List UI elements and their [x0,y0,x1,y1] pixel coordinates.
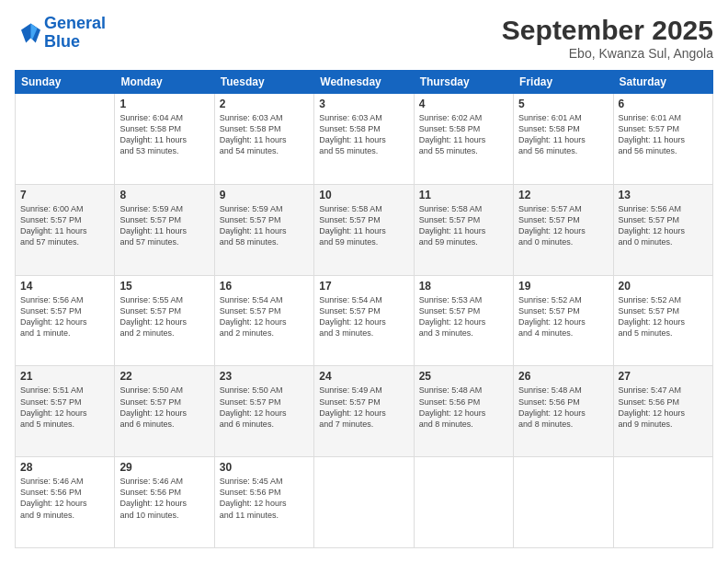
calendar-cell: 3Sunrise: 6:03 AM Sunset: 5:58 PM Daylig… [314,94,414,185]
calendar-cell: 16Sunrise: 5:54 AM Sunset: 5:57 PM Dayli… [214,275,313,366]
day-detail: Sunrise: 5:46 AM Sunset: 5:56 PM Dayligh… [20,476,109,521]
calendar-header-monday: Monday [115,71,214,94]
calendar-cell: 29Sunrise: 5:46 AM Sunset: 5:56 PM Dayli… [115,457,214,548]
day-detail: Sunrise: 5:55 AM Sunset: 5:57 PM Dayligh… [119,294,209,339]
calendar-cell [613,457,712,548]
day-detail: Sunrise: 6:00 AM Sunset: 5:57 PM Dayligh… [20,203,109,248]
logo-text: General Blue [44,15,106,52]
day-number: 19 [518,280,608,293]
calendar-cell: 28Sunrise: 5:46 AM Sunset: 5:56 PM Dayli… [16,457,115,548]
day-number: 14 [20,280,109,293]
calendar-cell: 15Sunrise: 5:55 AM Sunset: 5:57 PM Dayli… [115,275,214,366]
calendar-cell: 24Sunrise: 5:49 AM Sunset: 5:57 PM Dayli… [314,366,414,457]
day-detail: Sunrise: 6:02 AM Sunset: 5:58 PM Dayligh… [419,112,508,157]
calendar-cell: 5Sunrise: 6:01 AM Sunset: 5:58 PM Daylig… [514,94,613,185]
calendar-cell: 12Sunrise: 5:57 AM Sunset: 5:57 PM Dayli… [514,184,613,275]
calendar-cell [314,457,414,548]
calendar-header-friday: Friday [514,71,613,94]
day-number: 23 [220,370,309,383]
calendar-week-4: 21Sunrise: 5:51 AM Sunset: 5:57 PM Dayli… [16,366,713,457]
day-number: 9 [220,189,309,201]
calendar-cell: 1Sunrise: 6:04 AM Sunset: 5:58 PM Daylig… [115,94,214,185]
day-number: 17 [319,280,408,293]
day-number: 2 [220,98,309,110]
day-detail: Sunrise: 5:51 AM Sunset: 5:57 PM Dayligh… [20,385,109,430]
day-detail: Sunrise: 5:48 AM Sunset: 5:56 PM Dayligh… [518,385,608,430]
subtitle: Ebo, Kwanza Sul, Angola [502,46,713,61]
day-number: 21 [20,370,109,383]
day-detail: Sunrise: 5:54 AM Sunset: 5:57 PM Dayligh… [319,294,408,339]
calendar-header-sunday: Sunday [16,71,115,94]
day-detail: Sunrise: 5:50 AM Sunset: 5:57 PM Dayligh… [220,385,309,430]
calendar-cell: 30Sunrise: 5:45 AM Sunset: 5:56 PM Dayli… [214,457,313,548]
day-detail: Sunrise: 5:48 AM Sunset: 5:56 PM Dayligh… [419,385,508,430]
day-detail: Sunrise: 5:57 AM Sunset: 5:57 PM Dayligh… [518,203,608,248]
day-number: 6 [619,98,708,110]
calendar-header-thursday: Thursday [414,71,513,94]
calendar-cell: 20Sunrise: 5:52 AM Sunset: 5:57 PM Dayli… [613,275,712,366]
calendar-header-row: SundayMondayTuesdayWednesdayThursdayFrid… [16,71,713,94]
day-detail: Sunrise: 5:53 AM Sunset: 5:57 PM Dayligh… [419,294,508,339]
page: General Blue September 2025 Ebo, Kwanza … [0,0,728,563]
calendar-cell: 26Sunrise: 5:48 AM Sunset: 5:56 PM Dayli… [514,366,613,457]
calendar-cell: 2Sunrise: 6:03 AM Sunset: 5:58 PM Daylig… [214,94,313,185]
day-detail: Sunrise: 5:58 AM Sunset: 5:57 PM Dayligh… [319,203,408,248]
day-number: 20 [619,280,708,293]
calendar-week-1: 1Sunrise: 6:04 AM Sunset: 5:58 PM Daylig… [16,94,713,185]
day-number: 13 [619,189,708,201]
calendar-header-wednesday: Wednesday [314,71,414,94]
calendar-week-3: 14Sunrise: 5:56 AM Sunset: 5:57 PM Dayli… [16,275,713,366]
calendar-cell: 23Sunrise: 5:50 AM Sunset: 5:57 PM Dayli… [214,366,313,457]
calendar-header-saturday: Saturday [613,71,712,94]
day-detail: Sunrise: 5:59 AM Sunset: 5:57 PM Dayligh… [220,203,309,248]
day-number: 27 [619,370,708,383]
header: General Blue September 2025 Ebo, Kwanza … [15,15,713,61]
day-detail: Sunrise: 6:03 AM Sunset: 5:58 PM Dayligh… [319,112,408,157]
day-detail: Sunrise: 5:50 AM Sunset: 5:57 PM Dayligh… [119,385,209,430]
day-number: 12 [518,189,608,201]
calendar-cell [414,457,513,548]
calendar-cell [16,94,115,185]
day-detail: Sunrise: 6:03 AM Sunset: 5:58 PM Dayligh… [220,112,309,157]
day-detail: Sunrise: 5:58 AM Sunset: 5:57 PM Dayligh… [419,203,508,248]
calendar-cell: 6Sunrise: 6:01 AM Sunset: 5:57 PM Daylig… [613,94,712,185]
calendar-cell: 27Sunrise: 5:47 AM Sunset: 5:56 PM Dayli… [613,366,712,457]
day-number: 18 [419,280,508,293]
day-detail: Sunrise: 5:56 AM Sunset: 5:57 PM Dayligh… [20,294,109,339]
calendar-cell: 18Sunrise: 5:53 AM Sunset: 5:57 PM Dayli… [414,275,513,366]
calendar-cell: 10Sunrise: 5:58 AM Sunset: 5:57 PM Dayli… [314,184,414,275]
day-detail: Sunrise: 5:59 AM Sunset: 5:57 PM Dayligh… [119,203,209,248]
day-number: 25 [419,370,508,383]
day-detail: Sunrise: 5:56 AM Sunset: 5:57 PM Dayligh… [619,203,708,248]
main-title: September 2025 [502,15,713,46]
day-detail: Sunrise: 5:52 AM Sunset: 5:57 PM Dayligh… [619,294,708,339]
day-number: 22 [119,370,209,383]
title-area: September 2025 Ebo, Kwanza Sul, Angola [502,15,713,61]
day-detail: Sunrise: 6:01 AM Sunset: 5:58 PM Dayligh… [518,112,608,157]
day-number: 15 [119,280,209,293]
day-detail: Sunrise: 5:45 AM Sunset: 5:56 PM Dayligh… [220,476,309,521]
calendar-cell: 21Sunrise: 5:51 AM Sunset: 5:57 PM Dayli… [16,366,115,457]
day-number: 7 [20,189,109,201]
calendar-cell: 17Sunrise: 5:54 AM Sunset: 5:57 PM Dayli… [314,275,414,366]
day-detail: Sunrise: 5:54 AM Sunset: 5:57 PM Dayligh… [220,294,309,339]
day-number: 5 [518,98,608,110]
logo-icon [15,20,40,46]
day-detail: Sunrise: 5:49 AM Sunset: 5:57 PM Dayligh… [319,385,408,430]
day-number: 3 [319,98,408,110]
day-number: 24 [319,370,408,383]
day-detail: Sunrise: 5:46 AM Sunset: 5:56 PM Dayligh… [119,476,209,521]
calendar-cell: 8Sunrise: 5:59 AM Sunset: 5:57 PM Daylig… [115,184,214,275]
day-number: 30 [220,461,309,474]
day-number: 1 [119,98,209,110]
calendar-cell: 22Sunrise: 5:50 AM Sunset: 5:57 PM Dayli… [115,366,214,457]
calendar-cell: 4Sunrise: 6:02 AM Sunset: 5:58 PM Daylig… [414,94,513,185]
calendar-cell: 11Sunrise: 5:58 AM Sunset: 5:57 PM Dayli… [414,184,513,275]
day-detail: Sunrise: 5:52 AM Sunset: 5:57 PM Dayligh… [518,294,608,339]
calendar-cell [514,457,613,548]
day-number: 16 [220,280,309,293]
day-number: 26 [518,370,608,383]
calendar-cell: 25Sunrise: 5:48 AM Sunset: 5:56 PM Dayli… [414,366,513,457]
calendar-week-2: 7Sunrise: 6:00 AM Sunset: 5:57 PM Daylig… [16,184,713,275]
logo: General Blue [15,15,106,52]
